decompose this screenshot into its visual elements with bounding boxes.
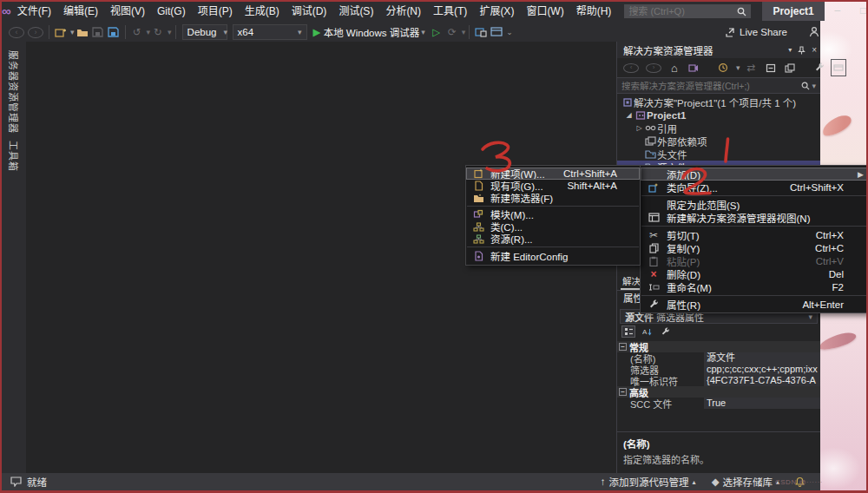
menu-item-copy[interactable]: 复制(Y) Ctrl+C <box>641 241 868 254</box>
menu-item-properties[interactable]: 属性(R) Alt+Enter <box>641 298 868 311</box>
toolbar-overflow-icon[interactable]: ⌄ <box>506 28 513 36</box>
alphabetical-sort-icon[interactable]: A <box>640 325 654 338</box>
chevron-down-icon[interactable]: ▾ <box>808 312 812 321</box>
switch-views-icon[interactable] <box>686 59 701 76</box>
feedback-window-icon[interactable] <box>489 23 504 41</box>
menu-build[interactable]: 生成(B) <box>239 2 286 21</box>
maximize-button[interactable]: □ <box>851 2 868 21</box>
tab-toolbox[interactable]: 工具箱 <box>7 141 21 172</box>
solution-explorer-title-bar[interactable]: 解决方案资源管理器 ▾ × <box>617 42 820 58</box>
menu-debug[interactable]: 调试(D) <box>286 2 333 21</box>
menu-item-paste[interactable]: 粘贴(P) Ctrl+V <box>641 254 868 267</box>
submenu-item-resource[interactable]: 资源(R)... <box>466 233 640 245</box>
filter-dropdown-caret[interactable]: ▾ <box>736 63 740 72</box>
menu-edit[interactable]: 编辑(E) <box>57 2 104 21</box>
collapse-icon[interactable]: − <box>619 343 627 351</box>
properties-wrench-icon[interactable] <box>812 59 827 76</box>
search-options-caret[interactable]: ▾ <box>812 82 816 90</box>
menu-extensions[interactable]: 扩展(X) <box>473 2 520 21</box>
undo-icon[interactable]: ↺ <box>129 23 145 41</box>
submenu-item-existing-item[interactable]: 现有项(G)... Shift+Alt+A <box>466 180 640 192</box>
up-arrow-icon: ↑ <box>601 477 606 487</box>
menu-item-delete[interactable]: × 删除(D) Del <box>641 267 868 280</box>
start-without-debugging-icon[interactable]: ▷ <box>429 23 444 41</box>
send-feedback-icon[interactable] <box>808 26 820 39</box>
menu-help[interactable]: 帮助(H) <box>570 2 618 21</box>
live-share-button[interactable]: Live Share <box>724 27 796 38</box>
menu-file[interactable]: 文件(F) <box>11 2 57 21</box>
close-panel-icon[interactable]: × <box>812 45 817 55</box>
menu-item-new-solution-explorer-view[interactable]: 新建解决方案资源管理器视图(N) <box>641 211 868 224</box>
window-title: Project1 <box>762 2 824 21</box>
solution-platform-dropdown[interactable]: x64▾ <box>233 24 307 40</box>
menu-test[interactable]: 测试(S) <box>332 2 379 21</box>
menu-item-scope-to-this[interactable]: 限定为此范围(S) <box>641 198 868 211</box>
submenu-item-class[interactable]: 类(C)... <box>466 220 640 233</box>
pin-icon[interactable] <box>798 46 806 55</box>
window-position-caret-icon[interactable]: ▾ <box>788 46 792 54</box>
solution-configuration-dropdown[interactable]: Debug▾ <box>182 24 227 40</box>
menu-view[interactable]: 视图(V) <box>104 2 151 21</box>
open-folder-icon[interactable] <box>75 23 90 41</box>
class-wizard-icon <box>641 182 667 193</box>
redo-icon[interactable]: ↻ <box>150 23 166 41</box>
tree-item-external-dependencies[interactable]: 外部依赖项 <box>617 135 820 148</box>
tree-item-header-files[interactable]: 头文件 <box>617 148 820 161</box>
menu-item-rename[interactable]: 重命名(M) F2 <box>641 280 868 293</box>
quick-search-input[interactable] <box>628 6 737 16</box>
hot-reload-icon[interactable]: ⟳ <box>444 23 460 41</box>
flower-petal <box>819 113 854 138</box>
start-debugging-button[interactable]: ▶ 本地 Windows 调试器▾ <box>313 25 425 39</box>
save-icon[interactable] <box>90 23 106 41</box>
menu-git[interactable]: Git(G) <box>151 2 192 21</box>
se-back-icon[interactable]: ‹ <box>623 63 639 73</box>
se-forward-icon[interactable]: › <box>646 63 661 73</box>
tree-item-references[interactable]: ▷ 引用 <box>617 122 820 135</box>
add-to-source-control-button[interactable]: ↑ 添加到源代码管理 ▴ <box>601 475 696 489</box>
menu-item-class-wizard[interactable]: 类向导(Z)... Ctrl+Shift+X <box>641 181 868 194</box>
tree-collapsed-icon[interactable]: ▷ <box>635 124 644 132</box>
tree-item-solution[interactable]: 解决方案"Project1"(1 个项目/共 1 个) <box>617 95 820 108</box>
title-bar: ∞ 文件(F) 编辑(E) 视图(V) Git(G) 项目(P) 生成(B) 调… <box>2 2 820 21</box>
submenu-item-module[interactable]: 模块(M)... <box>466 208 640 220</box>
categorized-view-icon[interactable] <box>621 325 635 338</box>
menu-project[interactable]: 项目(P) <box>192 2 239 21</box>
show-all-files-icon[interactable] <box>782 59 798 76</box>
navigate-forward-icon[interactable]: › <box>28 27 43 38</box>
submenu-item-new-item[interactable]: 新建项(W)... Ctrl+Shift+A <box>466 168 640 180</box>
property-pages-wrench-icon[interactable] <box>658 325 672 338</box>
pending-changes-filter-icon[interactable] <box>715 59 731 76</box>
new-project-icon[interactable] <box>53 23 69 41</box>
solution-explorer-title: 解决方案资源管理器 <box>623 43 713 57</box>
external-dependencies-icon <box>644 136 657 146</box>
properties-panel: 属性 源文件 筛选器属性 ▾ A − 常规 <box>616 290 820 473</box>
solution-search-input[interactable] <box>621 81 801 91</box>
submenu-arrow-icon: ▶ <box>858 170 864 179</box>
editorconfig-icon <box>466 251 490 261</box>
navigate-back-icon[interactable]: ‹ <box>9 27 24 38</box>
select-repository-button[interactable]: ◆ 选择存储库 ▴ <box>712 475 779 489</box>
menu-item-cut[interactable]: ✂ 剪切(T) Ctrl+X <box>641 228 868 241</box>
sync-with-active-document-icon[interactable]: ⇄ <box>744 59 760 76</box>
tab-server-explorer[interactable]: 服务器资源管理器 <box>7 50 21 134</box>
save-all-icon[interactable] <box>106 23 122 41</box>
menu-item-add[interactable]: 添加(D) ▶ <box>641 168 868 181</box>
collapse-all-icon[interactable] <box>763 59 779 76</box>
collapse-icon[interactable]: − <box>619 388 627 396</box>
property-row-scc[interactable]: SCC 文件 True <box>617 398 820 409</box>
menu-window[interactable]: 窗口(W) <box>520 2 569 21</box>
minimize-button[interactable]: – <box>825 2 851 21</box>
find-in-files-icon[interactable] <box>473 23 489 41</box>
submenu-item-new-filter[interactable]: 新建筛选器(F) <box>466 192 640 204</box>
filter-folder-icon <box>644 149 657 159</box>
menu-tools[interactable]: 工具(T) <box>427 2 473 21</box>
preview-selected-items-icon[interactable] <box>831 59 846 76</box>
solution-search-box[interactable]: ▾ <box>617 78 820 94</box>
quick-search-box[interactable] <box>624 4 751 18</box>
tree-item-project[interactable]: ◢ Project1 <box>617 108 820 122</box>
submenu-item-new-editorconfig[interactable]: 新建 EditorConfig <box>466 249 640 263</box>
property-grid: − 常规 (名称) 源文件 筛选器 cpp;c;cc;cxx;c++;cppm;… <box>617 341 820 409</box>
menu-analyze[interactable]: 分析(N) <box>379 2 427 21</box>
tree-expanded-icon[interactable]: ◢ <box>624 111 634 119</box>
home-icon[interactable]: ⌂ <box>667 59 682 76</box>
